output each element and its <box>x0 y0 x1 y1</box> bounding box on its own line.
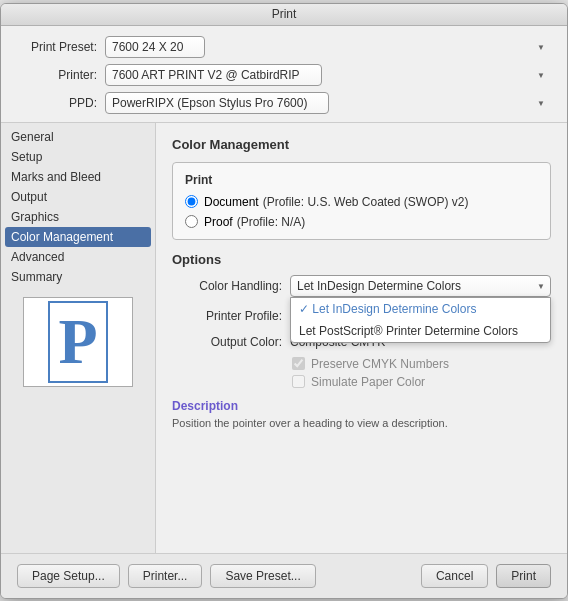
printer-button[interactable]: Printer... <box>128 564 203 588</box>
top-fields: Print Preset: 7600 24 X 20 Printer: 7600… <box>1 26 567 123</box>
document-profile: (Profile: U.S. Web Coated (SWOP) v2) <box>263 195 469 209</box>
color-handling-dropdown: Let InDesign Determine Colors Let PostSc… <box>290 297 551 343</box>
section-title: Color Management <box>172 137 551 152</box>
ppd-row: PPD: PowerRIPX (Epson Stylus Pro 7600) <box>17 92 551 114</box>
footer-left: Page Setup... Printer... Save Preset... <box>17 564 316 588</box>
printer-profile-label: Printer Profile: <box>172 309 282 323</box>
content-area: Color Management Print Document (Profile… <box>156 123 567 553</box>
print-group: Print Document (Profile: U.S. Web Coated… <box>172 162 551 240</box>
sidebar-item-advanced[interactable]: Advanced <box>1 247 155 267</box>
ppd-wrapper: PowerRIPX (Epson Stylus Pro 7600) <box>105 92 551 114</box>
description-title: Description <box>172 399 551 413</box>
main-content: General Setup Marks and Bleed Output Gra… <box>1 123 567 553</box>
proof-label: Proof <box>204 215 233 229</box>
description-text: Position the pointer over a heading to v… <box>172 417 551 429</box>
sidebar-item-marks-bleed[interactable]: Marks and Bleed <box>1 167 155 187</box>
document-radio-row: Document (Profile: U.S. Web Coated (SWOP… <box>185 195 538 209</box>
footer-right: Cancel Print <box>421 564 551 588</box>
sidebar-item-output[interactable]: Output <box>1 187 155 207</box>
sidebar-item-color-management[interactable]: Color Management <box>5 227 151 247</box>
document-preview: P <box>23 297 133 387</box>
options-title: Options <box>172 252 551 267</box>
page-setup-button[interactable]: Page Setup... <box>17 564 120 588</box>
preserve-cmyk-checkbox <box>292 357 305 370</box>
printer-wrapper: 7600 ART PRINT V2 @ CatbirdRIP <box>105 64 551 86</box>
print-button[interactable]: Print <box>496 564 551 588</box>
save-preset-button[interactable]: Save Preset... <box>210 564 315 588</box>
printer-select[interactable]: 7600 ART PRINT V2 @ CatbirdRIP <box>105 64 322 86</box>
print-dialog: Print Print Preset: 7600 24 X 20 Printer… <box>0 3 568 599</box>
simulate-paper-row: Simulate Paper Color <box>292 375 551 389</box>
color-handling-wrapper: Let InDesign Determine Colors Let InDesi… <box>290 275 551 297</box>
document-radio[interactable] <box>185 195 198 208</box>
sidebar-item-setup[interactable]: Setup <box>1 147 155 167</box>
window-title: Print <box>272 7 297 21</box>
ppd-label: PPD: <box>17 96 97 110</box>
simulate-paper-label: Simulate Paper Color <box>311 375 425 389</box>
color-handling-option-postscript[interactable]: Let PostScript® Printer Determine Colors <box>291 320 550 342</box>
print-preset-select[interactable]: 7600 24 X 20 <box>105 36 205 58</box>
print-preset-row: Print Preset: 7600 24 X 20 <box>17 36 551 58</box>
footer: Page Setup... Printer... Save Preset... … <box>1 553 567 598</box>
color-handling-select[interactable]: Let InDesign Determine Colors <box>290 275 551 297</box>
titlebar: Print <box>1 4 567 26</box>
preserve-cmyk-label: Preserve CMYK Numbers <box>311 357 449 371</box>
proof-radio-row: Proof (Profile: N/A) <box>185 215 538 229</box>
preview-icon: P <box>48 301 107 383</box>
cancel-button[interactable]: Cancel <box>421 564 488 588</box>
description-section: Description Position the pointer over a … <box>172 399 551 429</box>
print-preset-wrapper: 7600 24 X 20 <box>105 36 551 58</box>
color-handling-label: Color Handling: <box>172 279 282 293</box>
sidebar-item-graphics[interactable]: Graphics <box>1 207 155 227</box>
color-handling-option-indesign[interactable]: Let InDesign Determine Colors <box>291 298 550 320</box>
ppd-select[interactable]: PowerRIPX (Epson Stylus Pro 7600) <box>105 92 329 114</box>
options-section: Options Color Handling: Let InDesign Det… <box>172 252 551 389</box>
simulate-paper-checkbox <box>292 375 305 388</box>
proof-radio[interactable] <box>185 215 198 228</box>
proof-profile: (Profile: N/A) <box>237 215 306 229</box>
document-label: Document <box>204 195 259 209</box>
output-color-label: Output Color: <box>172 335 282 349</box>
print-preset-label: Print Preset: <box>17 40 97 54</box>
sidebar-item-general[interactable]: General <box>1 127 155 147</box>
print-group-title: Print <box>185 173 538 187</box>
sidebar: General Setup Marks and Bleed Output Gra… <box>1 123 156 553</box>
printer-row: Printer: 7600 ART PRINT V2 @ CatbirdRIP <box>17 64 551 86</box>
color-handling-row: Color Handling: Let InDesign Determine C… <box>172 275 551 297</box>
preserve-cmyk-row: Preserve CMYK Numbers <box>292 357 551 371</box>
printer-label: Printer: <box>17 68 97 82</box>
sidebar-item-summary[interactable]: Summary <box>1 267 155 287</box>
